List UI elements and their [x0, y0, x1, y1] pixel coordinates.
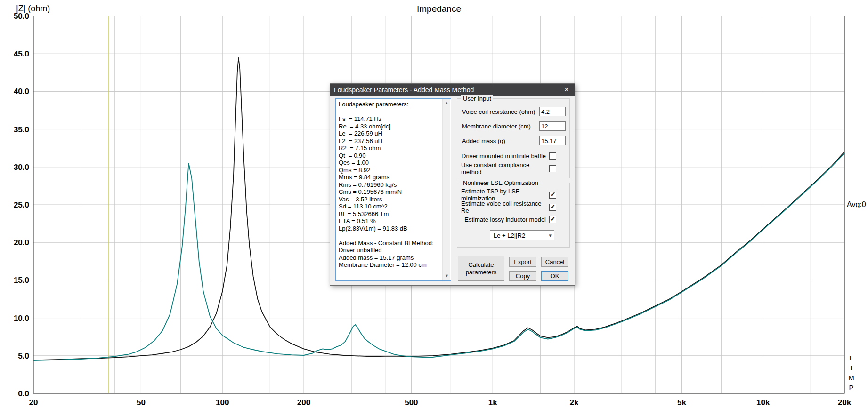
- lossy-inductor-label: Estimate lossy inductor model: [464, 216, 546, 223]
- field-row: Voice coil resistance (ohm): [462, 106, 566, 117]
- y-tick-label: 45.0: [14, 49, 29, 58]
- scroll-up-icon[interactable]: ▲: [443, 99, 451, 107]
- membrane-diameter-label: Membrane diameter (cm): [462, 123, 531, 130]
- x-tick-label: 20k: [838, 398, 852, 407]
- ok-button[interactable]: OK: [541, 271, 568, 281]
- x-tick-label: 5k: [677, 398, 686, 407]
- membrane-diameter-input[interactable]: [539, 121, 566, 131]
- checkbox-row: Estimate voice coil resistance Re ✓: [461, 203, 569, 211]
- avg-label: Avg:0: [847, 200, 866, 209]
- lse-optimization-group: Nonlinear LSE Optimization Estimate TSP …: [457, 183, 570, 248]
- parameters-listbox[interactable]: Loudspeaker parameters: Fs = 114.71 Hz R…: [335, 98, 451, 281]
- dropdown-value: Le + L2||R2: [494, 232, 525, 239]
- y-tick-label: 10.0: [14, 314, 29, 323]
- cancel-button[interactable]: Cancel: [541, 257, 568, 267]
- field-row: Added mass (g): [462, 136, 566, 146]
- x-tick-label: 1k: [488, 398, 497, 407]
- added-mass-label: Added mass (g): [462, 137, 505, 144]
- constant-compliance-label: Use constant compliance method: [461, 161, 546, 176]
- constant-compliance-checkbox[interactable]: ✓: [549, 165, 556, 172]
- y-axis-label: |Z| (ohm): [16, 4, 50, 14]
- checkbox-row: Driver mounted in infinite baffle ✓: [461, 152, 569, 160]
- y-tick-label: 5.0: [18, 352, 29, 360]
- checkmark-icon: ✓: [550, 203, 556, 210]
- loudspeaker-parameters-dialog: Loudspeaker Parameters - Added Mass Meth…: [330, 83, 575, 286]
- voice-coil-resistance-input[interactable]: [539, 107, 566, 116]
- inductor-model-dropdown[interactable]: Le + L2||R2 ▾: [490, 230, 554, 240]
- y-tick-label: 0.0: [18, 389, 29, 398]
- x-tick-label: 20: [29, 398, 38, 407]
- close-icon[interactable]: ✕: [559, 84, 575, 96]
- estimate-re-checkbox[interactable]: ✓: [549, 204, 556, 211]
- infinite-baffle-label: Driver mounted in infinite baffle: [462, 152, 546, 160]
- checkbox-row: Estimate lossy inductor model ✓: [461, 215, 569, 224]
- export-button[interactable]: Export: [509, 257, 536, 267]
- infinite-baffle-checkbox[interactable]: ✓: [549, 152, 556, 160]
- checkbox-row: Use constant compliance method ✓: [461, 164, 569, 173]
- estimate-tsp-checkbox[interactable]: ✓: [549, 192, 556, 199]
- estimate-re-label: Estimate voice coil resistance Re: [461, 200, 546, 214]
- voice-coil-resistance-label: Voice coil resistance (ohm): [462, 108, 535, 115]
- x-tick-label: 2k: [570, 398, 579, 407]
- y-tick-label: 35.0: [14, 125, 29, 134]
- y-tick-label: 40.0: [14, 87, 29, 96]
- scroll-down-icon[interactable]: ▼: [443, 272, 451, 280]
- lse-group-label: Nonlinear LSE Optimization: [461, 179, 540, 186]
- field-row: Membrane diameter (cm): [462, 121, 566, 131]
- chart-title: Impedance: [33, 4, 844, 14]
- checkmark-icon: ✓: [550, 215, 556, 223]
- x-tick-label: 10k: [756, 398, 770, 407]
- dialog-title: Loudspeaker Parameters - Added Mass Meth…: [334, 86, 474, 94]
- x-tick-label: 100: [216, 398, 229, 407]
- x-tick-label: 500: [405, 398, 418, 407]
- user-input-group-label: User Input: [461, 95, 493, 102]
- copy-button[interactable]: Copy: [509, 271, 536, 281]
- dialog-titlebar[interactable]: Loudspeaker Parameters - Added Mass Meth…: [330, 84, 575, 96]
- added-mass-input[interactable]: [539, 136, 566, 145]
- user-input-group: User Input Voice coil resistance (ohm) M…: [457, 98, 570, 178]
- calculate-parameters-button[interactable]: Calculate parameters: [458, 256, 504, 281]
- y-tick-label: 30.0: [14, 163, 29, 172]
- y-tick-label: 15.0: [14, 276, 29, 285]
- parameters-text: Loudspeaker parameters: Fs = 114.71 Hz R…: [336, 99, 451, 280]
- checkmark-icon: ✓: [550, 191, 556, 198]
- limp-vertical-label: LIMP: [847, 354, 855, 393]
- y-tick-label: 25.0: [14, 200, 29, 209]
- y-tick-label: 20.0: [14, 238, 29, 247]
- checkbox-row: Estimate TSP by LSE minimization ✓: [461, 191, 569, 199]
- scrollbar[interactable]: ▲ ▼: [442, 99, 450, 280]
- x-tick-label: 200: [297, 398, 310, 407]
- x-tick-label: 50: [137, 398, 146, 407]
- lossy-inductor-checkbox[interactable]: ✓: [549, 216, 556, 223]
- chevron-down-icon: ▾: [549, 232, 552, 239]
